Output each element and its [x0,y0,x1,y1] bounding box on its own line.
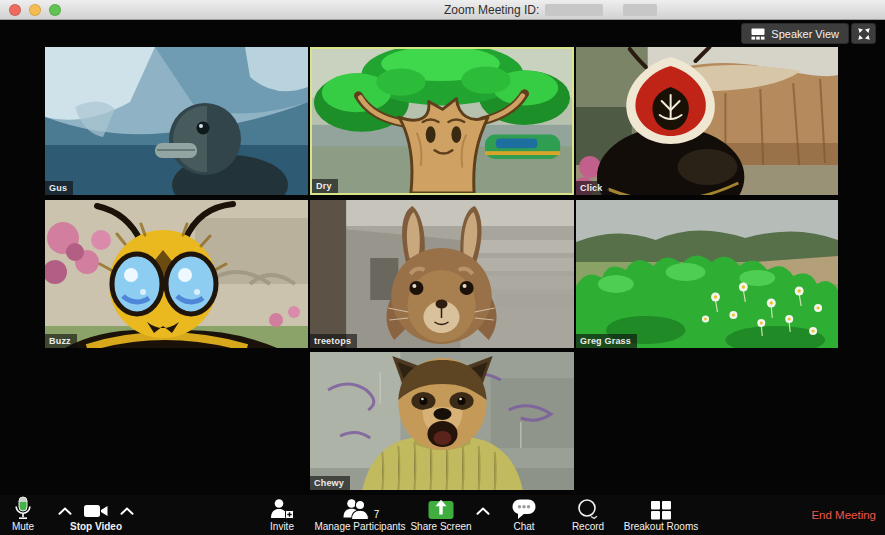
close-window-button[interactable] [9,4,21,16]
greg-grass-video-scene [576,200,838,348]
video-tile-chewy[interactable]: Chewy [310,352,574,490]
participant-name: Dry [312,179,338,193]
share-screen-button[interactable]: Share Screen [407,498,475,532]
share-options-chevron[interactable] [473,504,493,518]
meeting-id-redacted [545,4,603,16]
meeting-id-redacted [623,4,657,16]
mute-button[interactable]: Mute [3,498,43,532]
chevron-up-icon [476,507,490,515]
fullscreen-icon [858,28,870,40]
invite-label: Invite [270,521,294,532]
zoom-window-button[interactable] [49,4,61,16]
record-circle-icon [576,498,600,520]
buzz-video-scene [45,200,308,348]
video-tile-treetops[interactable]: treetops [310,200,574,348]
record-button[interactable]: Record [560,498,616,532]
chat-label: Chat [513,521,534,532]
click-video-scene [576,47,838,195]
participant-name: Click [576,181,609,195]
treetops-video-scene [310,200,574,348]
invite-person-icon [269,498,295,520]
participant-name: treetops [310,334,357,348]
meeting-stage: Speaker View [0,19,885,535]
chevron-up-icon [120,507,134,515]
zoom-meeting-window: Zoom Meeting ID: Speaker View [0,0,885,535]
breakout-rooms-label: Breakout Rooms [624,521,698,532]
breakout-rooms-button[interactable]: Breakout Rooms [611,498,711,532]
video-tile-dry[interactable]: Dry [310,47,574,195]
participant-name: Greg Grass [576,334,637,348]
speaker-view-button[interactable]: Speaker View [741,23,849,44]
participant-name: Gus [45,181,73,195]
window-title: Zoom Meeting ID: [444,0,657,19]
camera-icon [83,502,109,520]
mute-label: Mute [12,521,34,532]
invite-button[interactable]: Invite [258,498,306,532]
video-tile-click[interactable]: Click [576,47,838,195]
breakout-rooms-icon [650,500,672,520]
share-screen-label: Share Screen [410,521,471,532]
end-meeting-button[interactable]: End Meeting [811,495,876,535]
window-title-text: Zoom Meeting ID: [444,3,539,17]
record-label: Record [572,521,604,532]
video-tile-gus[interactable]: Gus [45,47,308,195]
chat-bubble-icon [511,498,537,520]
chewy-video-scene [310,352,574,490]
participant-name: Buzz [45,334,77,348]
minimize-window-button[interactable] [29,4,41,16]
window-titlebar: Zoom Meeting ID: [0,0,885,20]
manage-participants-label: Manage Participants [314,521,405,532]
video-options-chevron[interactable] [117,504,137,518]
speaker-view-label: Speaker View [771,28,839,40]
participants-count-badge: 7 [374,509,380,520]
chat-button[interactable]: Chat [500,498,548,532]
traffic-lights [9,4,61,16]
gus-video-scene [45,47,308,195]
video-tile-greg-grass[interactable]: Greg Grass [576,200,838,348]
share-screen-icon [428,499,454,520]
meeting-toolbar: Mute Stop Video [0,495,885,535]
fullscreen-button[interactable] [851,23,876,44]
microphone-icon [13,496,33,520]
manage-participants-button[interactable]: 7 Manage Participants [300,498,420,532]
dry-video-scene [312,49,572,193]
end-meeting-label: End Meeting [811,509,876,521]
participants-icon [341,498,371,520]
participant-name: Chewy [310,476,350,490]
stop-video-label: Stop Video [70,521,122,532]
speaker-view-icon [751,28,765,40]
video-tile-buzz[interactable]: Buzz [45,200,308,348]
